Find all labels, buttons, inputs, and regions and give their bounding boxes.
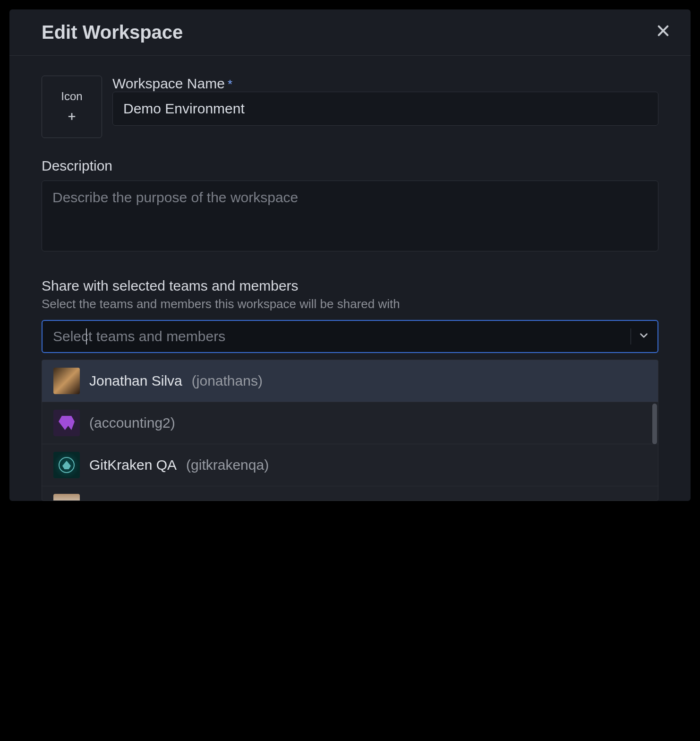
required-asterisk: * <box>228 77 232 91</box>
description-textarea[interactable] <box>42 181 658 251</box>
option-name: GitKraken QA <box>89 457 177 473</box>
avatar <box>53 410 80 436</box>
workspace-name-input[interactable] <box>112 92 658 126</box>
share-select[interactable] <box>42 320 658 353</box>
chevron-down-icon[interactable] <box>638 329 650 344</box>
share-dropdown: Jonathan Silva (jonathans) (accounting2)… <box>42 360 658 501</box>
description-label: Description <box>42 158 658 174</box>
workspace-name-label: Workspace Name <box>112 76 225 91</box>
option-name: Jonathan Silva <box>89 373 182 389</box>
option-handle: (miggy-e) <box>192 499 252 501</box>
dropdown-option[interactable]: (accounting2) <box>42 402 658 444</box>
avatar <box>53 368 80 394</box>
option-name: Miggy Eusebio <box>89 499 182 501</box>
dropdown-option[interactable]: Jonathan Silva (jonathans) <box>42 360 658 402</box>
field-label-row: Workspace Name* <box>112 76 658 92</box>
modal-body: Icon ＋ Workspace Name* Description Share… <box>9 56 691 353</box>
workspace-name-field: Workspace Name* <box>112 76 658 138</box>
option-handle: (accounting2) <box>89 415 175 431</box>
icon-picker[interactable]: Icon ＋ <box>42 76 102 138</box>
dropdown-option[interactable]: GitKraken QA (gitkrakenqa) <box>42 444 658 486</box>
edit-workspace-modal: Edit Workspace Icon ＋ Workspace Name* De… <box>9 9 691 501</box>
avatar <box>53 494 80 501</box>
plus-icon: ＋ <box>66 108 78 124</box>
modal-header: Edit Workspace <box>9 9 691 56</box>
option-handle: (gitkrakenqa) <box>186 457 269 473</box>
avatar <box>53 452 80 478</box>
share-subtitle: Select the teams and members this worksp… <box>42 297 658 311</box>
option-handle: (jonathans) <box>192 373 263 389</box>
top-row: Icon ＋ Workspace Name* <box>42 76 658 138</box>
share-select-input[interactable] <box>53 328 624 345</box>
scrollbar-thumb[interactable] <box>652 404 657 444</box>
close-icon[interactable] <box>656 23 671 42</box>
select-divider <box>631 328 631 345</box>
text-cursor <box>86 328 87 345</box>
icon-picker-label: Icon <box>61 90 82 103</box>
modal-title: Edit Workspace <box>42 22 183 43</box>
dropdown-option[interactable]: Miggy Eusebio (miggy-e) <box>42 486 658 501</box>
share-title: Share with selected teams and members <box>42 278 658 294</box>
share-section: Share with selected teams and members Se… <box>42 278 658 353</box>
